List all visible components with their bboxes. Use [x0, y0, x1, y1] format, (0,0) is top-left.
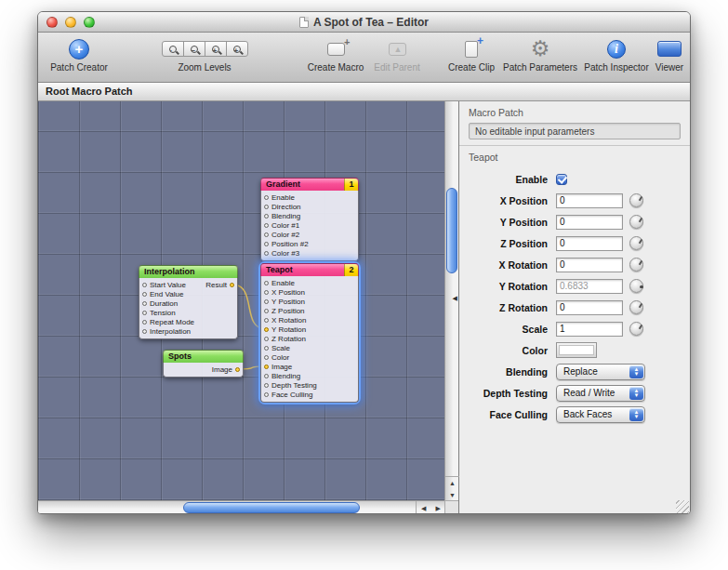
zoom-in-button[interactable]: + [205, 41, 227, 57]
port-label: Scale [271, 344, 290, 352]
resize-grip[interactable] [676, 500, 689, 513]
create-macro-button[interactable]: + Create Macro [304, 35, 367, 73]
create-clip-button[interactable]: + Create Clip [443, 35, 499, 73]
x-position-dial[interactable] [629, 193, 643, 207]
port-label: Blending [271, 212, 300, 220]
input-port[interactable] [264, 309, 269, 313]
input-port[interactable] [264, 337, 269, 341]
close-button[interactable] [46, 17, 58, 28]
z-rotation-input[interactable] [556, 300, 623, 315]
input-port[interactable] [264, 355, 269, 360]
patch-node-interpolation[interactable]: InterpolationStart ValueResultEnd ValueD… [139, 265, 238, 339]
scroll-left-arrow[interactable]: ◀ [417, 501, 431, 514]
patch-node-gradient[interactable]: Gradient1EnableDirectionBlendingColor #1… [260, 178, 359, 261]
color-well[interactable] [556, 342, 597, 358]
input-port[interactable] [264, 195, 269, 200]
param-label: Scale [463, 324, 556, 335]
viewer-button[interactable]: Viewer [652, 35, 687, 73]
patch-creator-button[interactable]: + Patch Creator [46, 35, 113, 73]
input-port[interactable] [264, 392, 269, 397]
z-position-dial[interactable] [629, 236, 643, 250]
input-port[interactable] [264, 365, 269, 369]
input-port[interactable] [264, 251, 269, 256]
zoom-button[interactable] [84, 17, 95, 28]
param-row-depth-testing: Depth TestingRead / Write▲▼ [463, 385, 681, 401]
panel-toggle-arrow[interactable]: ◀ [453, 295, 457, 302]
patch-node-title[interactable]: Spots [163, 350, 244, 363]
x-rotation-input[interactable] [556, 258, 623, 272]
horizontal-scrollbar-thumb[interactable] [183, 502, 360, 513]
editor-window: A Spot of Tea – Editor + Patch Creator ·… [37, 11, 691, 514]
input-port[interactable] [264, 374, 269, 378]
input-port[interactable] [264, 383, 269, 388]
zoom-actual-button[interactable]: + [226, 41, 248, 57]
blending-popup[interactable]: Replace▲▼ [556, 364, 645, 380]
output-port[interactable] [230, 283, 234, 287]
depth-testing-popup[interactable]: Read / Write▲▼ [556, 385, 645, 402]
enable-checkbox[interactable] [556, 174, 567, 185]
input-port[interactable] [142, 292, 147, 297]
input-port[interactable] [142, 283, 147, 287]
input-port[interactable] [142, 320, 147, 325]
patch-node-title[interactable]: Gradient1 [260, 178, 359, 191]
y-rotation-dial[interactable] [629, 279, 643, 293]
param-row-y-position: Y Position [463, 214, 681, 230]
input-port[interactable] [264, 205, 269, 209]
patch-node-spots[interactable]: SpotsImage [163, 350, 244, 378]
param-row-scale: Scale [463, 321, 681, 337]
viewer-label: Viewer [652, 62, 687, 73]
output-port[interactable] [235, 367, 240, 372]
input-port[interactable] [264, 318, 269, 323]
input-port[interactable] [264, 223, 269, 228]
horizontal-scroll-arrows: ◀ ▶ [416, 501, 445, 514]
port-label: Duration [150, 299, 178, 308]
input-port[interactable] [264, 299, 269, 304]
y-rotation-input[interactable] [556, 279, 623, 294]
patch-parameters-button[interactable]: ⚙ Patch Parameters [501, 35, 579, 73]
input-port[interactable] [142, 311, 147, 315]
port-label: Depth Testing [271, 381, 317, 390]
y-position-dial[interactable] [629, 215, 643, 229]
scroll-up-arrow[interactable]: ▲ [445, 477, 459, 489]
z-position-input[interactable] [556, 236, 623, 251]
breadcrumb-root-macro-patch[interactable]: Root Macro Patch [38, 83, 690, 101]
zoom-mode-button[interactable]: · [162, 41, 184, 57]
scale-input[interactable] [556, 322, 623, 337]
face-culling-popup[interactable]: Back Faces▲▼ [556, 406, 645, 423]
patch-canvas[interactable]: Gradient1EnableDirectionBlendingColor #1… [38, 101, 445, 500]
vertical-scrollbar[interactable]: ▲ ▼ ◀ [444, 101, 458, 500]
port-label: Enable [271, 193, 295, 202]
param-row-blending: BlendingReplace▲▼ [463, 364, 681, 379]
input-port[interactable] [264, 290, 269, 295]
y-position-input[interactable] [556, 215, 623, 230]
patch-node-title[interactable]: Interpolation [139, 265, 238, 278]
vertical-scrollbar-thumb[interactable] [446, 188, 457, 273]
x-position-input[interactable] [556, 193, 623, 208]
title-bar[interactable]: A Spot of Tea – Editor [38, 12, 690, 33]
input-port[interactable] [264, 232, 269, 237]
patch-node-teapot[interactable]: Teapot2EnableX PositionY PositionZ Posit… [260, 263, 359, 403]
param-row-x-position: X Position [463, 192, 681, 208]
port-label: Tension [150, 309, 176, 317]
horizontal-scrollbar[interactable]: ◀ ▶ [38, 500, 445, 514]
input-port[interactable] [264, 281, 269, 285]
input-port[interactable] [264, 327, 269, 332]
patch-node-title[interactable]: Teapot2 [260, 263, 359, 276]
port-label: Color #1 [271, 221, 299, 230]
z-rotation-dial[interactable] [629, 300, 643, 314]
input-port[interactable] [264, 346, 269, 351]
minimize-button[interactable] [65, 17, 76, 28]
scale-dial[interactable] [629, 322, 643, 336]
scroll-right-arrow[interactable]: ▶ [431, 501, 446, 514]
x-rotation-dial[interactable] [629, 258, 643, 272]
input-port[interactable] [142, 301, 147, 306]
patch-parameters-label: Patch Parameters [501, 62, 579, 73]
input-port[interactable] [142, 329, 147, 334]
input-port[interactable] [264, 214, 269, 219]
create-macro-label: Create Macro [304, 62, 367, 73]
port-label: Position #2 [271, 240, 309, 248]
input-port[interactable] [264, 242, 269, 246]
param-row-face-culling: Face CullingBack Faces▲▼ [463, 406, 681, 422]
zoom-out-button[interactable]: − [183, 41, 205, 57]
patch-inspector-button[interactable]: i Patch Inspector [581, 35, 652, 73]
